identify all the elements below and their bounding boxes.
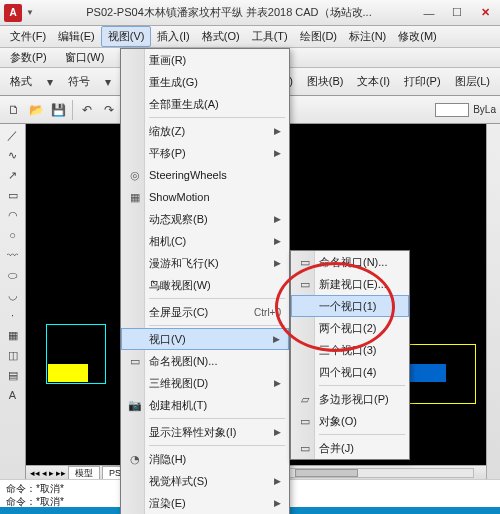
menu-6[interactable]: 绘图(D) (294, 27, 343, 46)
menu-item-label: 两个视口(2) (319, 321, 376, 336)
view-menu-item[interactable]: 相机(C)▶ (121, 230, 289, 252)
view-menu-item[interactable]: 重画(R) (121, 49, 289, 71)
viewport-submenu-item[interactable]: ▭命名视口(N)... (291, 251, 409, 273)
view-menu-item[interactable]: 平移(P)▶ (121, 142, 289, 164)
line-icon[interactable]: ／ (3, 126, 23, 144)
scroll-left-icon[interactable]: ◂ (42, 468, 47, 478)
viewport-submenu-item[interactable]: 一个视口(1) (291, 295, 409, 317)
scroll-right-icon[interactable]: ▸ (49, 468, 54, 478)
viewport-submenu-item[interactable]: 四个视口(4) (291, 361, 409, 383)
ray-icon[interactable]: ↗ (3, 166, 23, 184)
app-menu-chevron-icon[interactable]: ▼ (26, 8, 40, 17)
view-menu-item[interactable]: 视口(V)▶ (121, 328, 289, 350)
view-menu-item[interactable]: ▦ShowMotion (121, 186, 289, 208)
undo-icon[interactable]: ↶ (77, 100, 97, 120)
circle-icon[interactable]: ○ (3, 226, 23, 244)
menu-item-label: 命名视口(N)... (319, 255, 387, 270)
dropdown-icon[interactable]: ▾ (40, 72, 60, 92)
view-menu-item[interactable]: 鸟瞰视图(W) (121, 274, 289, 296)
table-icon[interactable]: ▤ (3, 366, 23, 384)
menu-item-label: 合并(J) (319, 441, 354, 456)
polyline-icon[interactable]: ∿ (3, 146, 23, 164)
view-menu-item[interactable]: ◎SteeringWheels (121, 164, 289, 186)
menu-3[interactable]: 插入(I) (151, 27, 195, 46)
view-menu-item[interactable]: 重生成(G) (121, 71, 289, 93)
view-menu-item[interactable]: 显示注释性对象(I)▶ (121, 421, 289, 443)
menu-2[interactable]: 视图(V) (101, 26, 152, 47)
view-menu-item[interactable]: 漫游和飞行(K)▶ (121, 252, 289, 274)
view-menu-item[interactable]: ▭命名视图(N)... (121, 350, 289, 372)
menu-5[interactable]: 工具(T) (246, 27, 294, 46)
scroll-right-icon[interactable]: ▸▸ (56, 468, 66, 478)
hatch-icon[interactable]: ▦ (3, 326, 23, 344)
toolbar-extra[interactable]: 图块(B) (301, 72, 350, 91)
menu-0[interactable]: 文件(F) (4, 27, 52, 46)
view-menu-item[interactable]: 动态观察(B)▶ (121, 208, 289, 230)
scroll-left-icon[interactable]: ◂◂ (30, 468, 40, 478)
menu-7[interactable]: 标注(N) (343, 27, 392, 46)
left-toolbar: ／ ∿ ↗ ▭ ◠ ○ 〰 ⬭ ◡ · ▦ ◫ ▤ A (0, 124, 26, 479)
submenu-arrow-icon: ▶ (274, 476, 281, 486)
view-menu-item[interactable]: 三维视图(D)▶ (121, 372, 289, 394)
menu-item-label: 新建视口(E)... (319, 277, 387, 292)
new-icon[interactable]: 🗋 (4, 100, 24, 120)
menu-item-label: 三个视口(3) (319, 343, 376, 358)
viewport-submenu-item[interactable]: ▭合并(J) (291, 437, 409, 459)
submenu-arrow-icon: ▶ (274, 258, 281, 268)
ellipse-arc-icon[interactable]: ◡ (3, 286, 23, 304)
viewport-submenu-item[interactable]: 两个视口(2) (291, 317, 409, 339)
viewport-submenu-item[interactable]: ▭对象(O) (291, 410, 409, 432)
view-menu-item[interactable]: ◔消隐(H) (121, 448, 289, 470)
menu-item-label: 鸟瞰视图(W) (149, 278, 211, 293)
toolbar-label-symbol[interactable]: 符号 (62, 72, 96, 91)
menu-item-label: ShowMotion (149, 191, 210, 203)
view-menu-item[interactable]: 全部重生成(A) (121, 93, 289, 115)
point-icon[interactable]: · (3, 306, 23, 324)
region-icon[interactable]: ◫ (3, 346, 23, 364)
view-menu-item[interactable]: 📷创建相机(T) (121, 394, 289, 416)
menu-8[interactable]: 修改(M) (392, 27, 443, 46)
menu-4[interactable]: 格式(O) (196, 27, 246, 46)
menu2-1[interactable]: 窗口(W) (59, 48, 111, 67)
spline-icon[interactable]: 〰 (3, 246, 23, 264)
menu2-0[interactable]: 参数(P) (4, 48, 53, 67)
dropdown-icon[interactable]: ▾ (98, 72, 118, 92)
toolbar-extra[interactable]: 图层(L) (449, 72, 496, 91)
vertical-scrollbar[interactable] (486, 124, 500, 479)
arc-icon[interactable]: ◠ (3, 206, 23, 224)
viewport-submenu: ▭命名视口(N)...▭新建视口(E)...一个视口(1)两个视口(2)三个视口… (290, 250, 410, 460)
menu-item-icon: 📷 (127, 397, 143, 413)
maximize-button[interactable]: ☐ (446, 5, 468, 21)
text-icon[interactable]: A (3, 386, 23, 404)
menu-item-icon: ◎ (127, 167, 143, 183)
view-menu-item[interactable]: 缩放(Z)▶ (121, 120, 289, 142)
save-icon[interactable]: 💾 (48, 100, 68, 120)
rect-icon[interactable]: ▭ (3, 186, 23, 204)
toolbar-label-format[interactable]: 格式 (4, 72, 38, 91)
toolbar-extra[interactable]: 打印(P) (398, 72, 447, 91)
menu-item-label: 四个视口(4) (319, 365, 376, 380)
viewport-submenu-item[interactable]: 三个视口(3) (291, 339, 409, 361)
toolbar-extra[interactable]: 文本(I) (351, 72, 395, 91)
view-menu-item[interactable]: 渲染(E)▶ (121, 492, 289, 514)
tab-model[interactable]: 模型 (68, 466, 100, 479)
view-menu-item[interactable]: 视觉样式(S)▶ (121, 470, 289, 492)
menu-item-icon: ▭ (297, 276, 313, 292)
submenu-arrow-icon: ▶ (274, 214, 281, 224)
menu-item-label: SteeringWheels (149, 169, 227, 181)
view-menu-item[interactable]: 全屏显示(C)Ctrl+0 (121, 301, 289, 323)
minimize-button[interactable]: — (418, 5, 440, 21)
viewport-submenu-item[interactable]: ▱多边形视口(P) (291, 388, 409, 410)
ellipse-icon[interactable]: ⬭ (3, 266, 23, 284)
color-swatch[interactable] (435, 103, 469, 117)
open-icon[interactable]: 📂 (26, 100, 46, 120)
menu-item-label: 视觉样式(S) (149, 474, 208, 489)
redo-icon[interactable]: ↷ (99, 100, 119, 120)
menu-item-label: 相机(C) (149, 234, 186, 249)
menu-1[interactable]: 编辑(E) (52, 27, 101, 46)
viewport-submenu-item[interactable]: ▭新建视口(E)... (291, 273, 409, 295)
menu-item-label: 视口(V) (149, 332, 186, 347)
menu-item-label: 三维视图(D) (149, 376, 208, 391)
app-logo-icon[interactable]: A (4, 4, 22, 22)
close-button[interactable]: ✕ (474, 5, 496, 21)
